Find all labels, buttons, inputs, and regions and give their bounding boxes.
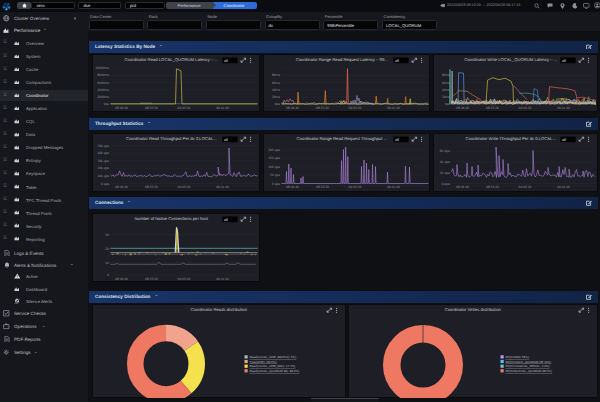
svg-text:09:03:20: 09:03:20 <box>519 106 532 110</box>
svg-text:09:11:40: 09:11:40 <box>557 185 570 189</box>
svg-text:30k qps: 30k qps <box>97 159 109 163</box>
svg-text:08:53:20: 08:53:20 <box>145 276 158 280</box>
svg-text:09:11:40: 09:11:40 <box>216 276 229 280</box>
svg-text:RF(NVCACK_QUORUM,NE 10%): RF(NVCACK_QUORUM,NE 10%) <box>506 360 552 364</box>
svg-text:08:46:40: 08:46:40 <box>456 106 469 110</box>
svg-text:08:53:20: 08:53:20 <box>486 185 499 189</box>
svg-text:0 qps: 0 qps <box>101 182 109 186</box>
svg-text:08:53:20: 08:53:20 <box>145 106 158 110</box>
svg-text:08:46:40: 08:46:40 <box>456 185 469 189</box>
svg-text:08:53:20: 08:53:20 <box>316 185 329 189</box>
svg-text:09:03:20: 09:03:20 <box>178 276 191 280</box>
svg-text:30: 30 <box>105 232 109 236</box>
svg-text:80ms: 80ms <box>271 74 279 78</box>
svg-text:4000ms: 4000ms <box>97 88 109 92</box>
svg-text:6000ms: 6000ms <box>97 81 109 85</box>
svg-text:RF(NVAMC 53%): RF(NVAMC 53%) <box>506 355 529 359</box>
svg-text:0 qps: 0 qps <box>271 182 279 186</box>
svg-text:20: 20 <box>105 246 109 250</box>
svg-text:09:03:20: 09:03:20 <box>348 185 361 189</box>
svg-text:6k wps: 6k wps <box>440 149 451 153</box>
svg-text:10k qps: 10k qps <box>97 174 109 178</box>
svg-text:09:11:40: 09:11:40 <box>216 185 229 189</box>
svg-text:40ms: 40ms <box>271 88 279 92</box>
svg-text:50 qps: 50 qps <box>270 173 280 177</box>
svg-text:0: 0 <box>107 273 109 277</box>
svg-text:08:53:20: 08:53:20 <box>486 106 499 110</box>
svg-text:20ms: 20ms <box>271 95 279 99</box>
svg-text:4k wps: 4k wps <box>440 160 451 164</box>
svg-text:09:03:20: 09:03:20 <box>178 106 191 110</box>
svg-text:08:46:40: 08:46:40 <box>115 276 128 280</box>
svg-text:60ms: 60ms <box>442 81 450 85</box>
svg-text:2k wps: 2k wps <box>440 171 451 175</box>
svg-text:09:11:40: 09:11:40 <box>387 185 400 189</box>
svg-text:150 qps: 150 qps <box>268 156 280 160</box>
svg-text:09:11:40: 09:11:40 <box>216 106 229 110</box>
svg-text:20k qps: 20k qps <box>97 166 109 170</box>
svg-text:80ms: 80ms <box>442 74 450 78</box>
svg-text:RF(NVLOGICAL_SERIAL: 0.2%): RF(NVLOGICAL_SERIAL: 0.2%) <box>506 364 550 368</box>
svg-text:08:46:40: 08:46:40 <box>115 106 128 110</box>
svg-text:09:03:20: 09:03:20 <box>519 185 532 189</box>
svg-text:40k qps: 40k qps <box>97 151 109 155</box>
svg-text:10: 10 <box>105 260 109 264</box>
svg-text:09:03:20: 09:03:20 <box>178 185 191 189</box>
svg-text:50k qps: 50k qps <box>97 144 109 148</box>
svg-text:Read(LOCAL_ONE_99th): 17.7%): Read(LOCAL_ONE_99th): 17.7%) <box>250 364 296 368</box>
svg-text:09:03:20: 09:03:20 <box>348 106 361 110</box>
svg-text:08:53:20: 08:53:20 <box>316 106 329 110</box>
svg-text:Type(ONE): (94.5%): Type(ONE): (94.5%) <box>250 360 277 364</box>
svg-text:09:11:40: 09:11:40 <box>387 106 400 110</box>
svg-text:10000ms: 10000ms <box>95 66 109 70</box>
svg-text:2000ms: 2000ms <box>97 95 109 99</box>
svg-text:Read(LOCAL_ONE, 99thPctl): 5%): Read(LOCAL_ONE, 99thPctl): 5%) <box>250 355 297 359</box>
svg-text:8000ms: 8000ms <box>97 74 109 78</box>
svg-text:0ps: 0ps <box>104 102 110 106</box>
svg-text:08:46:40: 08:46:40 <box>286 185 299 189</box>
svg-text:0ps: 0ps <box>274 102 280 106</box>
svg-text:40ms: 40ms <box>442 88 450 92</box>
svg-text:200 qps: 200 qps <box>268 148 280 152</box>
svg-text:08:46:40: 08:46:40 <box>286 106 299 110</box>
svg-text:08:53:20: 08:53:20 <box>145 185 158 189</box>
svg-text:08:46:40: 08:46:40 <box>115 185 128 189</box>
svg-text:RF(NVALOCAL_QUORUM 99.5%): RF(NVALOCAL_QUORUM 99.5%) <box>506 369 552 373</box>
svg-text:0 wps: 0 wps <box>441 182 450 186</box>
svg-text:Read(LOCAL_QUORUM 99): 99.2%): Read(LOCAL_QUORUM 99): 99.2%) <box>250 369 300 373</box>
svg-text:100 qps: 100 qps <box>268 165 280 169</box>
svg-text:20ms: 20ms <box>442 95 450 99</box>
svg-text:60ms: 60ms <box>271 81 279 85</box>
svg-text:09:11:40: 09:11:40 <box>557 106 570 110</box>
